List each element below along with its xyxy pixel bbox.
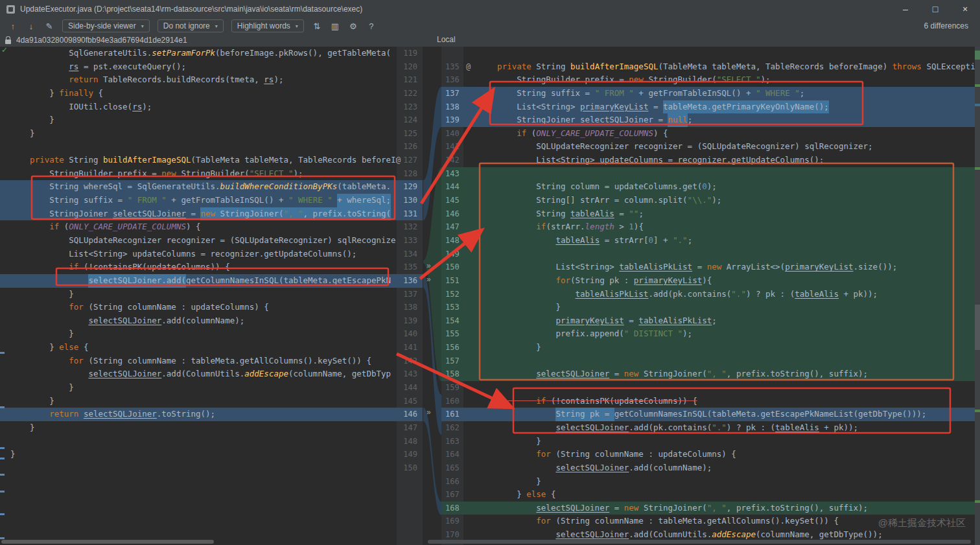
code-line[interactable]: rs = pst.executeQuery(); <box>0 60 397 74</box>
code-line[interactable]: for(String pk : primaryKeyList){ <box>492 274 975 288</box>
code-line[interactable]: selectSQLJoiner.add(columnName); <box>492 461 975 475</box>
ignore-policy-dropdown[interactable]: Do not ignore ▾ <box>158 19 224 32</box>
viewer-mode-dropdown[interactable]: Side-by-side viewer ▾ <box>62 19 150 32</box>
synchronize-scroll-icon[interactable]: ▥ <box>327 21 343 31</box>
code-line[interactable]: tableAlis = strArr[0] + "."; <box>492 234 975 248</box>
code-line[interactable]: if (ONLY_CARE_UPDATE_COLUMNS) { <box>0 220 397 234</box>
code-line[interactable]: List<String> updateColumns = recognizer.… <box>0 248 397 261</box>
help-icon[interactable]: ? <box>364 21 379 31</box>
gutter-line-number: 123 <box>397 100 423 114</box>
code-line[interactable]: } <box>492 475 975 489</box>
code-line[interactable]: } <box>0 448 397 461</box>
code-line[interactable]: SQLUpdateRecognizer recognizer = (SQLUpd… <box>0 234 397 248</box>
error-stripe-scrollbar[interactable] <box>975 47 980 545</box>
close-button[interactable]: × <box>950 0 980 18</box>
code-line[interactable]: if(strArr.length > 1){ <box>492 220 975 234</box>
code-line[interactable]: for (String columnName : tableMeta.getAl… <box>0 354 397 368</box>
code-line[interactable]: } finally { <box>0 87 397 100</box>
gutter-line-number: 128 <box>397 167 423 181</box>
gutter-line-number: 158 <box>441 367 463 381</box>
right-editor-pane: private String buildAfterImageSQL(TableM… <box>492 47 975 545</box>
gutter-marker <box>463 261 492 274</box>
code-line[interactable]: List<String> tableAlisPkList = new Array… <box>492 261 975 274</box>
gutter-line-number: 159 <box>441 381 463 395</box>
code-line[interactable]: } <box>0 327 397 341</box>
collapse-unchanged-icon[interactable]: ⇅ <box>309 21 325 31</box>
right-horizontal-scrollbar-thumb[interactable] <box>428 540 971 544</box>
code-line[interactable]: StringBuilder prefix = new StringBuilder… <box>0 167 397 181</box>
code-line[interactable]: if (!containsPK(updateColumns)) { <box>492 395 975 408</box>
code-line[interactable]: } <box>0 288 397 301</box>
gear-icon[interactable]: ⚙ <box>345 21 361 31</box>
code-line[interactable]: List<String> updateColumns = recognizer.… <box>492 154 975 167</box>
apply-change-icon[interactable]: » <box>426 408 431 416</box>
code-line[interactable] <box>0 140 397 154</box>
code-line[interactable]: } else { <box>0 341 397 354</box>
code-line[interactable]: String pk = getColumnNamesInSQL(tableMet… <box>492 408 975 421</box>
code-line[interactable]: } <box>492 341 975 354</box>
code-line[interactable]: selectSQLJoiner = new StringJoiner(", ",… <box>492 502 975 515</box>
code-line[interactable]: String suffix = " FROM " + getFromTableI… <box>0 194 397 207</box>
code-line[interactable]: } <box>0 113 397 127</box>
left-horizontal-scrollbar-thumb[interactable] <box>1 540 214 544</box>
gutter-line-number: 136 <box>441 73 463 87</box>
code-line[interactable]: String tableAlis = ""; <box>492 207 975 221</box>
code-line[interactable]: String suffix = " FROM " + getFromTableI… <box>492 87 975 100</box>
code-line[interactable] <box>0 435 397 448</box>
code-line[interactable]: String[] strArr = column.split("\\."); <box>492 194 975 207</box>
code-line[interactable]: if (!containsPK(updateColumns)) { <box>0 261 397 274</box>
gutter-line-number: 137 <box>397 288 423 301</box>
code-line[interactable]: } <box>0 381 397 395</box>
code-line[interactable]: List<String> primaryKeyList = tableMeta.… <box>492 100 975 114</box>
apply-change-icon[interactable]: » <box>426 262 431 270</box>
code-line[interactable]: selectSQLJoiner.add(columnName); <box>0 314 397 328</box>
code-line[interactable] <box>492 381 975 395</box>
edit-icon[interactable]: ✎ <box>41 21 57 31</box>
code-line[interactable]: for (String columnName : updateColumns) … <box>0 301 397 314</box>
code-line[interactable] <box>0 515 397 528</box>
maximize-button[interactable]: □ <box>920 0 950 18</box>
code-line[interactable] <box>492 167 975 181</box>
code-line[interactable]: tableAlisPkList.add(pk.contains(".") ? p… <box>492 288 975 301</box>
code-line[interactable]: for (String columnName : updateColumns) … <box>492 448 975 461</box>
code-line[interactable]: selectSQLJoiner.add(ColumnUtils.addEscap… <box>0 367 397 381</box>
code-line[interactable]: selectSQLJoiner.add(pk.contains(".") ? p… <box>492 421 975 435</box>
code-line[interactable]: if (ONLY_CARE_UPDATE_COLUMNS) { <box>492 127 975 141</box>
code-line[interactable]: StringBuilder prefix = new StringBuilder… <box>492 73 975 87</box>
code-line[interactable] <box>492 354 975 368</box>
code-line[interactable]: selectSQLJoiner = new StringJoiner(", ",… <box>492 367 975 381</box>
code-line[interactable]: SqlGenerateUtils.setParamForPk(beforeIma… <box>0 47 397 60</box>
gutter-line-number: 135 <box>397 261 423 274</box>
code-line[interactable] <box>0 475 397 489</box>
code-line[interactable] <box>0 461 397 475</box>
minimize-button[interactable]: – <box>891 0 920 18</box>
code-line[interactable]: StringJoiner selectSQLJoiner = null; <box>492 113 975 127</box>
code-line[interactable]: } else { <box>492 488 975 502</box>
code-line[interactable] <box>492 47 975 60</box>
code-line[interactable]: String whereSql = SqlGenerateUtils.build… <box>0 180 397 194</box>
code-line[interactable]: return selectSQLJoiner.toString(); <box>0 408 397 421</box>
code-line[interactable]: } <box>492 435 975 448</box>
previous-difference-icon[interactable]: ↑ <box>5 21 21 31</box>
code-line[interactable]: selectSQLJoiner.add(getColumnNamesInSQL(… <box>0 274 397 288</box>
code-line[interactable] <box>492 248 975 261</box>
apply-change-icon[interactable]: » <box>426 275 431 283</box>
code-line[interactable]: private String buildAfterImageSQL(TableM… <box>0 154 397 167</box>
highlight-mode-dropdown[interactable]: Highlight words ▾ <box>231 19 304 32</box>
code-line[interactable]: } <box>492 301 975 314</box>
code-line[interactable] <box>0 502 397 515</box>
viewer-mode-label: Side-by-side viewer <box>68 21 136 30</box>
code-line[interactable]: primaryKeyList = tableAlisPkList; <box>492 314 975 328</box>
code-line[interactable]: private String buildAfterImageSQL(TableM… <box>492 60 975 74</box>
code-line[interactable]: return TableRecords.buildRecords(tmeta, … <box>0 73 397 87</box>
code-line[interactable]: prefix.append(" DISTINCT "); <box>492 327 975 341</box>
code-line[interactable]: } <box>0 395 397 408</box>
code-line[interactable]: IOUtil.close(rs); <box>0 100 397 114</box>
code-line[interactable]: StringJoiner selectSQLJoiner = new Strin… <box>0 207 397 221</box>
code-line[interactable]: String column = updateColumns.get(0); <box>492 180 975 194</box>
code-line[interactable]: } <box>0 127 397 141</box>
code-line[interactable]: } <box>0 421 397 435</box>
next-difference-icon[interactable]: ↓ <box>23 21 39 31</box>
code-line[interactable] <box>0 488 397 502</box>
code-line[interactable]: SQLUpdateRecognizer recognizer = (SQLUpd… <box>492 140 975 154</box>
